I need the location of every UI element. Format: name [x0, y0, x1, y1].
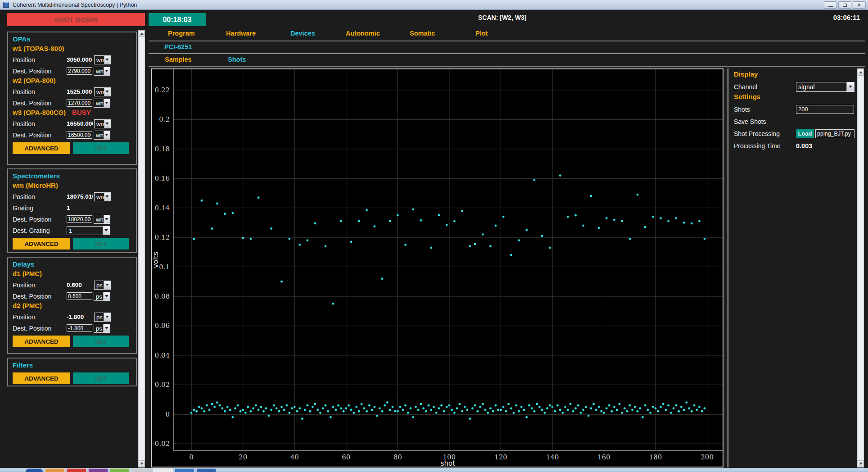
processing-file-input[interactable] — [815, 129, 854, 138]
section-title-delays: Delays — [13, 260, 131, 270]
wm-dest-units-select[interactable]: wn — [94, 215, 110, 224]
d1-dest-position-input[interactable] — [67, 292, 92, 300]
position-label: Position — [13, 313, 67, 321]
d1-dest-row: Dest. Position ps — [13, 290, 131, 302]
spectrometers-set-button[interactable]: SET — [73, 238, 129, 250]
opas-panel: OPAs w1 (TOPAS-800) Position 3050.000 wn… — [7, 32, 137, 165]
scroll-up-icon[interactable] — [858, 69, 863, 76]
grating-label: Grating — [13, 204, 67, 212]
w2-dest-position-input[interactable] — [67, 99, 92, 107]
opas-set-button[interactable]: SET — [73, 142, 129, 154]
windows-taskbar[interactable] — [0, 468, 868, 472]
title-bar: Coherent Multidimensional Spectroscopy |… — [0, 0, 868, 10]
d2-position-units-select[interactable]: ps — [94, 313, 111, 322]
chevron-down-icon[interactable] — [103, 324, 110, 332]
w2-position-units-select[interactable]: wn — [94, 87, 111, 96]
wm-dest-grating-select[interactable]: 1 — [67, 226, 110, 235]
tab-plot[interactable]: Plot — [475, 30, 488, 37]
wm-grating-row: Grating 1 — [13, 202, 131, 213]
chevron-down-icon[interactable] — [104, 67, 110, 75]
chevron-down-icon[interactable] — [104, 193, 110, 201]
dest-position-label: Dest. Position — [13, 100, 67, 107]
tab-shots[interactable]: Shots — [228, 56, 246, 63]
chevron-down-icon[interactable] — [104, 313, 110, 321]
display-header: Display — [734, 70, 856, 81]
chevron-down-icon[interactable] — [104, 215, 110, 223]
taskbar-app-4[interactable] — [110, 468, 130, 472]
units-value: wn — [94, 131, 104, 139]
chevron-down-icon[interactable] — [104, 88, 110, 96]
svg-text:0.2: 0.2 — [159, 115, 170, 123]
load-button[interactable]: Load — [796, 129, 814, 138]
taskbar-app-5[interactable] — [131, 468, 151, 472]
minimize-button[interactable] — [824, 1, 837, 9]
delays-set-button[interactable]: SET — [73, 336, 129, 347]
tab-pci-6251[interactable]: PCI-6251 — [164, 43, 192, 50]
scroll-up-icon[interactable] — [139, 30, 145, 37]
filters-advanced-button[interactable]: ADVANCED — [13, 372, 70, 384]
d2-dest-position-input[interactable] — [67, 324, 92, 332]
taskbar-app-6[interactable] — [153, 468, 173, 472]
tab-program[interactable]: Program — [168, 30, 195, 37]
tab-devices[interactable]: Devices — [290, 30, 315, 37]
chevron-down-icon[interactable] — [103, 292, 110, 300]
taskbar-app-7[interactable] — [175, 468, 194, 472]
svg-text:0.04: 0.04 — [155, 351, 170, 359]
chevron-down-icon[interactable] — [104, 131, 110, 139]
wm-position-units-select[interactable]: wn — [94, 192, 111, 201]
chevron-down-icon[interactable] — [103, 227, 109, 235]
start-button[interactable] — [25, 468, 43, 472]
tab-hardware[interactable]: Hardware — [226, 30, 256, 37]
svg-text:200: 200 — [701, 453, 714, 461]
w3-dest-units-select[interactable]: wn — [94, 131, 110, 140]
chevron-down-icon[interactable] — [104, 120, 110, 128]
d2-dest-units-select[interactable]: ps — [94, 324, 110, 333]
d1-position-units-select[interactable]: ps — [94, 281, 111, 290]
tab-samples[interactable]: Samples — [165, 56, 192, 63]
chevron-down-icon[interactable] — [104, 99, 110, 107]
dest-position-label: Dest. Position — [13, 293, 67, 300]
device-name: wm (MicroHR) — [13, 182, 58, 189]
taskbar-app-2[interactable] — [67, 468, 86, 472]
close-button[interactable]: × — [853, 1, 866, 9]
w1-dest-units-select[interactable]: wn — [94, 67, 110, 76]
w2-dest-units-select[interactable]: wn — [94, 99, 110, 108]
scroll-down-icon[interactable] — [858, 460, 863, 467]
delays-advanced-button[interactable]: ADVANCED — [13, 336, 70, 347]
w3-position-row: Position 16550.000 wn — [13, 118, 131, 129]
chevron-down-icon[interactable] — [104, 281, 110, 289]
w3-position-units-select[interactable]: wn — [94, 119, 111, 128]
channel-select[interactable]: signal — [796, 82, 854, 92]
display-panel-scrollbar[interactable] — [857, 68, 864, 467]
maximize-button[interactable] — [838, 1, 851, 9]
shots-input[interactable] — [796, 105, 854, 114]
w2-position-value: 1525.000 — [67, 88, 93, 95]
chevron-down-icon[interactable] — [846, 82, 854, 91]
d1-position-value: 0.600 — [67, 281, 93, 288]
shots-row: Shots — [734, 103, 856, 115]
filters-set-button[interactable]: SET — [73, 372, 129, 384]
w3-dest-position-input[interactable] — [67, 131, 92, 139]
svg-text:shot: shot — [441, 459, 455, 467]
taskbar-app-1[interactable] — [45, 468, 65, 472]
shutdown-button[interactable]: SHUT DOWN — [7, 13, 145, 26]
d1-dest-units-select[interactable]: ps — [94, 292, 110, 301]
sidebar-scrollbar[interactable] — [138, 30, 145, 467]
subtab-divider — [149, 66, 865, 67]
taskbar-app-3[interactable] — [88, 468, 108, 472]
tab-somatic[interactable]: Somatic — [410, 30, 435, 37]
chevron-down-icon[interactable] — [104, 56, 110, 64]
opas-advanced-button[interactable]: ADVANCED — [13, 142, 70, 154]
display-settings-panel: Display Channel signal Settings Shots Sa… — [734, 70, 856, 152]
window-title: Coherent Multidimensional Spectroscopy |… — [13, 2, 137, 8]
w1-dest-position-input[interactable] — [67, 67, 92, 75]
scroll-down-icon[interactable] — [139, 460, 145, 467]
svg-text:0.14: 0.14 — [155, 204, 170, 212]
tab-autonomic[interactable]: Autonomic — [346, 30, 380, 37]
w1-position-units-select[interactable]: wn — [94, 55, 111, 64]
spectrometers-advanced-button[interactable]: ADVANCED — [13, 238, 70, 250]
units-value: wn — [95, 120, 104, 128]
wm-dest-position-input[interactable] — [67, 215, 92, 223]
taskbar-app-8[interactable] — [196, 468, 216, 472]
dest-position-label: Dest. Position — [13, 68, 67, 75]
